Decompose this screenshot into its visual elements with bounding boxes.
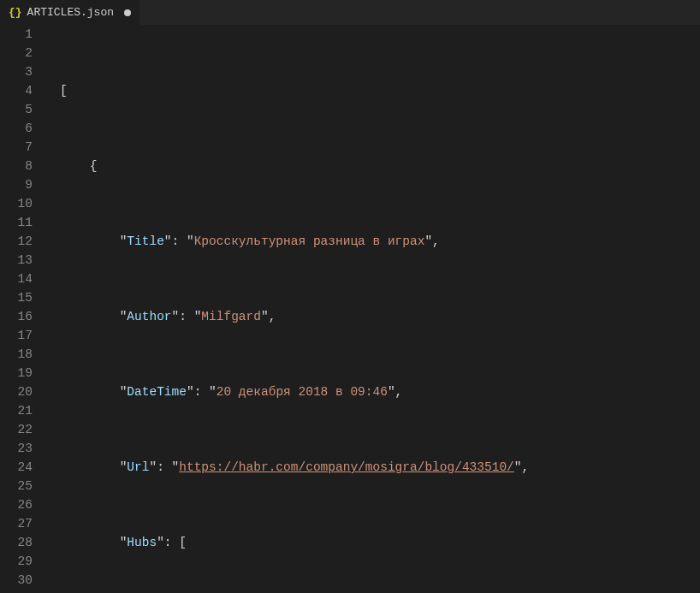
json-url[interactable]: https://habr.com/company/mosigra/blog/43… xyxy=(179,460,514,474)
bracket-open: [ xyxy=(60,84,68,98)
code-line[interactable]: "Author": "Milfgard", xyxy=(48,307,700,326)
line-number: 23 xyxy=(7,439,33,458)
line-number: 3 xyxy=(7,62,33,81)
line-number: 1 xyxy=(7,25,33,44)
line-number: 15 xyxy=(7,288,33,307)
tab-articles-json[interactable]: {} ARTICLES.json xyxy=(0,0,139,25)
line-number: 12 xyxy=(7,232,33,251)
json-key: Url xyxy=(127,460,149,474)
json-key: Author xyxy=(127,310,171,323)
line-number: 25 xyxy=(7,477,33,495)
tab-filename: ARTICLES.json xyxy=(27,3,114,22)
dirty-indicator-icon xyxy=(124,9,131,16)
code-area[interactable]: [ { "Title": "Кросскультурная разница в … xyxy=(48,25,700,593)
json-string: 20 декабря 2018 в 09:46 xyxy=(217,385,388,399)
line-number: 9 xyxy=(7,175,33,194)
line-number: 8 xyxy=(7,157,33,175)
line-number: 6 xyxy=(7,119,33,138)
line-number: 29 xyxy=(7,552,33,571)
brace-open: { xyxy=(90,159,98,173)
code-line[interactable]: [ xyxy=(48,81,700,100)
line-number: 30 xyxy=(7,571,33,590)
bracket-open: [ xyxy=(179,536,187,549)
line-number: 21 xyxy=(7,401,33,420)
line-number: 14 xyxy=(7,270,33,288)
line-number: 22 xyxy=(7,420,33,439)
json-key: Title xyxy=(127,234,164,248)
line-number: 19 xyxy=(7,364,33,382)
line-number: 26 xyxy=(7,495,33,514)
line-number-gutter: 1 2 3 4 5 6 7 8 9 10 11 12 13 14 15 16 1… xyxy=(0,25,48,593)
line-number: 13 xyxy=(7,251,33,270)
line-number: 5 xyxy=(7,100,33,119)
line-number: 18 xyxy=(7,345,33,364)
tab-bar: {} ARTICLES.json xyxy=(0,0,700,25)
json-key: Hubs xyxy=(127,536,157,549)
code-line[interactable]: "Title": "Кросскультурная разница в игра… xyxy=(48,232,700,251)
json-file-icon: {} xyxy=(9,3,22,22)
line-number: 27 xyxy=(7,514,33,533)
line-number: 2 xyxy=(7,44,33,62)
line-number: 4 xyxy=(7,81,33,100)
editor: 1 2 3 4 5 6 7 8 9 10 11 12 13 14 15 16 1… xyxy=(0,25,700,593)
line-number: 24 xyxy=(7,458,33,477)
line-number: 10 xyxy=(7,194,33,213)
json-string: Milfgard xyxy=(201,310,261,323)
code-line[interactable]: { xyxy=(48,157,700,175)
line-number: 20 xyxy=(7,382,33,401)
line-number: 11 xyxy=(7,213,33,232)
code-line[interactable]: "DateTime": "20 декабря 2018 в 09:46", xyxy=(48,382,700,401)
line-number: 16 xyxy=(7,307,33,326)
code-line[interactable]: "Hubs": [ xyxy=(48,533,700,552)
line-number: 28 xyxy=(7,533,33,552)
line-number: 17 xyxy=(7,326,33,345)
json-string: Кросскультурная разница в играх xyxy=(194,234,425,248)
json-key: DateTime xyxy=(127,385,187,399)
code-line[interactable]: "Url": "https://habr.com/company/mosigra… xyxy=(48,458,700,477)
line-number: 7 xyxy=(7,138,33,157)
